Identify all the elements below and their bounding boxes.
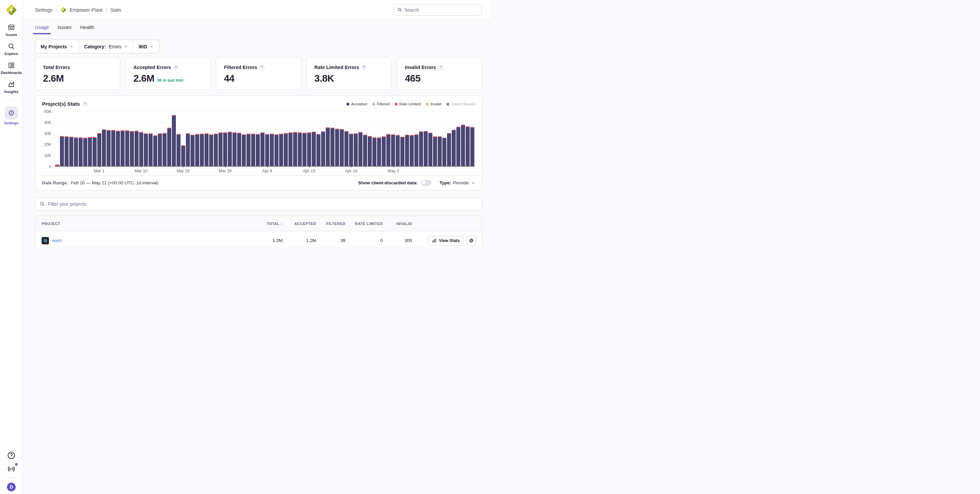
col-invalid[interactable]: INVALID (384, 222, 414, 226)
tab-health[interactable]: Health (80, 20, 94, 34)
bar[interactable] (442, 138, 446, 166)
category-filter-dropdown[interactable]: Category: Errors (79, 40, 133, 53)
bar[interactable] (181, 145, 185, 166)
bar[interactable] (251, 134, 255, 166)
breadcrumb-settings[interactable]: Settings (35, 7, 52, 13)
legend-rate-limited[interactable]: Rate Limited (395, 102, 421, 106)
bar[interactable] (274, 134, 278, 166)
bar[interactable] (111, 130, 115, 166)
legend-accepted[interactable]: Accepted (347, 102, 367, 106)
bar[interactable] (74, 137, 78, 166)
col-accepted[interactable]: ACCEPTED (284, 222, 317, 226)
bar[interactable] (298, 132, 302, 166)
bar[interactable] (130, 131, 134, 166)
bar[interactable] (354, 133, 358, 166)
col-project[interactable]: PROJECT (35, 222, 247, 226)
bar[interactable] (223, 132, 227, 166)
breadcrumb-org[interactable]: Empower Plant (70, 7, 102, 13)
bar[interactable] (107, 130, 111, 166)
bar[interactable] (83, 138, 87, 166)
bar[interactable] (428, 133, 433, 166)
bar[interactable] (377, 137, 381, 166)
bar[interactable] (116, 131, 120, 166)
bar[interactable] (218, 132, 223, 166)
legend-invalid[interactable]: Invalid (426, 102, 441, 106)
bar[interactable] (419, 131, 423, 166)
bar[interactable] (149, 133, 153, 166)
bar[interactable] (288, 132, 293, 166)
tab-issues[interactable]: Issues (57, 20, 72, 34)
bar[interactable] (284, 133, 288, 166)
project-filter[interactable] (35, 198, 482, 210)
bar[interactable] (326, 127, 330, 166)
bar[interactable] (97, 133, 101, 166)
bar[interactable] (461, 125, 465, 166)
bar[interactable] (363, 135, 367, 166)
bar[interactable] (452, 130, 456, 166)
period-filter-dropdown[interactable]: 90D (133, 40, 159, 53)
bar[interactable] (121, 130, 124, 166)
bar[interactable] (205, 133, 208, 166)
sidebar-item-dashboards[interactable]: Dashboards (2, 61, 21, 75)
client-discard-toggle[interactable] (421, 180, 431, 186)
col-total[interactable]: TOTAL↓ (247, 222, 284, 226)
bar[interactable] (293, 132, 297, 166)
projects-filter-dropdown[interactable]: My Projects (35, 40, 79, 53)
bar[interactable] (400, 137, 404, 166)
bar[interactable] (191, 135, 194, 166)
bar[interactable] (79, 137, 83, 166)
bar[interactable] (167, 127, 171, 166)
bar[interactable] (331, 127, 334, 166)
bar[interactable] (396, 135, 400, 166)
legend-client-discard[interactable]: Client Discard (446, 102, 475, 106)
bar[interactable] (153, 135, 157, 166)
bar[interactable] (256, 134, 260, 166)
bar[interactable] (424, 131, 428, 166)
info-question-icon[interactable]: ? (259, 65, 264, 70)
bar[interactable] (372, 137, 376, 166)
bar[interactable] (382, 136, 386, 166)
bar[interactable] (368, 136, 372, 166)
org-logo-icon[interactable] (5, 4, 18, 16)
global-search[interactable] (394, 4, 482, 16)
bar[interactable] (317, 134, 320, 166)
bar[interactable] (410, 135, 414, 166)
bar[interactable] (349, 134, 353, 166)
bar[interactable] (139, 132, 143, 166)
global-search-input[interactable] (404, 7, 478, 13)
bar[interactable] (144, 133, 148, 166)
bar[interactable] (307, 132, 311, 166)
bar[interactable] (232, 132, 237, 166)
bar[interactable] (228, 132, 232, 166)
bar[interactable] (470, 127, 474, 166)
bar[interactable] (162, 133, 167, 166)
bar[interactable] (335, 129, 339, 166)
sidebar-item-settings[interactable]: ⚙ Settings (2, 106, 21, 125)
bar[interactable] (158, 133, 162, 166)
bar[interactable] (200, 134, 204, 166)
type-dropdown[interactable]: Type: Periodic (439, 180, 475, 185)
bar[interactable] (302, 133, 307, 166)
breadcrumb-stats[interactable]: Stats (110, 7, 121, 13)
project-settings-button[interactable]: ⚙ (466, 236, 476, 245)
info-question-icon[interactable]: ? (83, 102, 88, 107)
bar[interactable] (312, 132, 316, 166)
info-question-icon[interactable]: ? (361, 65, 366, 70)
bar[interactable] (186, 133, 190, 166)
bar[interactable] (433, 136, 437, 166)
sidebar-item-insights[interactable]: Insights (2, 80, 21, 94)
bar[interactable] (135, 131, 138, 166)
bar[interactable] (69, 137, 73, 166)
bar[interactable] (65, 136, 68, 166)
bar[interactable] (214, 134, 218, 166)
bar[interactable] (177, 134, 181, 166)
bar[interactable] (261, 132, 264, 166)
project-filter-input[interactable] (48, 201, 477, 207)
bar[interactable] (242, 134, 246, 166)
bar[interactable] (344, 131, 348, 166)
bar[interactable] (414, 134, 418, 166)
col-filtered[interactable]: FILTERED (317, 222, 347, 226)
bar[interactable] (265, 134, 269, 166)
bar[interactable] (195, 134, 199, 166)
bar[interactable] (92, 137, 97, 166)
